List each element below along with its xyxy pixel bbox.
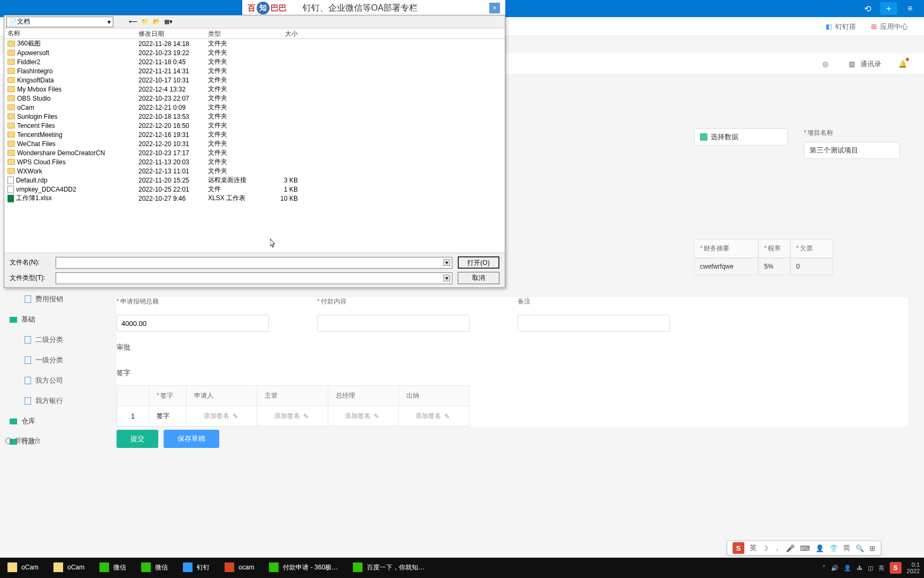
file-row[interactable]: WXWork2022-12-13 11:01文件夹	[4, 166, 505, 176]
sidebar-group-basic[interactable]: 基础	[0, 309, 107, 330]
sidebar-item-our-bank[interactable]: 我方银行	[0, 391, 107, 411]
file-row[interactable]: Sunlogin Files2022-10-18 13:53文件夹	[4, 112, 505, 121]
new-tab-button[interactable]: ＋	[880, 2, 897, 15]
file-row[interactable]: OBS Studio2022-10-23 22:07文件夹	[4, 94, 505, 103]
sidebar-item-expense[interactable]: 费用报销	[0, 289, 107, 309]
keyboard-icon[interactable]: ⌨	[800, 544, 810, 552]
tray-speaker-icon[interactable]: 🔊	[831, 565, 838, 572]
app-icon	[141, 562, 151, 572]
fin-summary-value[interactable]: cwefwrfqwe	[694, 258, 758, 275]
tax-rate-value[interactable]: 5%	[758, 258, 790, 275]
file-row[interactable]: My Mvbox Files2022-12-4 13:32文件夹	[4, 85, 505, 94]
owed-value[interactable]: 0	[790, 258, 833, 275]
dialog-bottom: 文件名(N): 打开(O) 文件类型(T): 取消	[4, 253, 505, 287]
search-icon[interactable]: 🔍	[856, 544, 864, 552]
contacts-link[interactable]: ▥ 通讯录	[846, 59, 881, 70]
dingding-link[interactable]: ◧ 钉钉搭	[826, 22, 856, 32]
sidebar-item-level2[interactable]: 二级分类	[0, 330, 107, 350]
file-list-header[interactable]: 名称 修改日期 类型 大小	[4, 28, 505, 39]
sidebar-item-our-company[interactable]: 我方公司	[0, 370, 107, 391]
select-data-dropdown[interactable]: 选择数据	[694, 128, 788, 146]
file-row[interactable]: Default.rdp2022-11-20 15:25远程桌面连接3 KB	[4, 176, 505, 185]
system-tray[interactable]: ˄ 🔊 👤 🖧 ◫ 英 S 0:1 2022	[822, 561, 924, 574]
cancel-button[interactable]: 取消	[458, 272, 499, 284]
management-link[interactable]: 管理后台	[5, 436, 41, 445]
taskbar-item[interactable]: oCam	[0, 558, 46, 578]
tray-person-icon[interactable]: 👤	[844, 565, 851, 572]
banner-close-button[interactable]: ×	[489, 3, 500, 13]
file-row[interactable]: FlashIntegro2022-11-21 14:31文件夹	[4, 66, 505, 75]
compass-icon[interactable]: ◎	[820, 59, 830, 70]
file-list[interactable]: 360截图2022-11-28 14:18文件夹Apowersoft2022-1…	[4, 39, 505, 253]
col-name[interactable]: 名称	[4, 28, 135, 39]
banner-text: 钉钉、企业微信等OA部署专栏	[303, 3, 418, 14]
edit-icon: ✎	[233, 413, 240, 420]
file-row[interactable]: oCam2022-12-21 0:09文件夹	[4, 103, 505, 112]
view-button[interactable]: ▦▾	[164, 17, 173, 27]
tray-ime[interactable]: 英	[879, 564, 884, 572]
save-draft-button[interactable]: 保存草稿	[164, 430, 219, 448]
project-name-input[interactable]: 第三个测试项目	[804, 142, 900, 159]
appcenter-link[interactable]: ⊞ 应用中心	[871, 22, 908, 32]
file-row[interactable]: TencentMeeting2022-12-16 19:31文件夹	[4, 130, 505, 139]
tray-sogou-icon[interactable]: S	[890, 562, 902, 574]
remark-input[interactable]	[518, 315, 670, 332]
taskbar-item[interactable]: 百度一下，你就知…	[345, 558, 432, 578]
taskbar-item[interactable]: 钉钉	[175, 558, 217, 578]
total-input[interactable]	[117, 315, 269, 332]
file-row[interactable]: 工作簿1.xlsx2022-10-27 9:46XLSX 工作表10 KB	[4, 194, 505, 203]
submit-button[interactable]: 提交	[117, 430, 158, 448]
sidebar-group-warehouse[interactable]: 仓库	[0, 411, 107, 431]
shirt-icon[interactable]: 👕	[829, 544, 838, 552]
person-icon[interactable]: 👤	[815, 544, 824, 552]
taskbar-item[interactable]: ocam	[217, 558, 261, 578]
bell-icon[interactable]: 🔔	[897, 59, 908, 70]
new-folder-button[interactable]: 📂	[152, 17, 161, 27]
file-row[interactable]: KingsoftData2022-10-17 10:31文件夹	[4, 75, 505, 85]
paycontent-input[interactable]	[317, 315, 469, 332]
taskbar-item[interactable]: 微信	[134, 558, 175, 578]
ime-toolbar[interactable]: S 英 ☽ ， 🎤 ⌨ 👤 👕 简 🔍 ⊞	[727, 541, 881, 556]
file-row[interactable]: WPS Cloud Files2022-11-13 20:03文件夹	[4, 157, 505, 166]
col-date[interactable]: 修改日期	[135, 28, 205, 39]
col-size[interactable]: 大小	[264, 28, 301, 39]
file-row[interactable]: Apowersoft2022-10-23 19:22文件夹	[4, 48, 505, 57]
gear-icon	[5, 438, 12, 444]
sidebar-item-level1[interactable]: 一级分类	[0, 350, 107, 370]
path-dropdown[interactable]: 📄 文档 ▾	[6, 17, 113, 27]
taskbar-item[interactable]: 付款申请 - 360极…	[261, 558, 345, 578]
taskbar[interactable]: oCamoCam微信微信钉钉ocam付款申请 - 360极…百度一下，你就知… …	[0, 558, 924, 578]
file-row[interactable]: Fiddler22022-11-18 0:45文件夹	[4, 57, 505, 66]
history-button[interactable]: ⟲	[859, 2, 876, 15]
col-type[interactable]: 类型	[205, 28, 264, 39]
mic-icon[interactable]: 🎤	[786, 544, 795, 552]
tray-date[interactable]: 2022	[907, 568, 920, 574]
moon-icon[interactable]: ☽	[762, 544, 768, 552]
ime-mode[interactable]: 简	[843, 543, 850, 553]
open-button[interactable]: 打开(O)	[458, 256, 499, 269]
file-row[interactable]: WeChat Files2022-12-20 10:31文件夹	[4, 139, 505, 148]
folder-icon	[10, 317, 17, 323]
tray-network-icon[interactable]: 🖧	[857, 565, 863, 571]
add-sig-gm[interactable]: 添加签名✎	[336, 412, 391, 421]
back-button[interactable]: ⟵	[128, 17, 138, 27]
ime-lang[interactable]: 英	[750, 543, 757, 553]
tray-chevron-icon[interactable]: ˄	[822, 565, 826, 572]
tray-battery-icon[interactable]: ◫	[868, 565, 873, 572]
add-sig-applicant[interactable]: 添加签名✎	[194, 412, 249, 421]
filetype-dropdown[interactable]	[56, 272, 452, 284]
app-icon	[353, 562, 363, 572]
file-row[interactable]: vmpkey_DDCA4DD22022-10-25 22:01文件1 KB	[4, 185, 505, 194]
taskbar-item[interactable]: oCam	[46, 558, 92, 578]
add-sig-supervisor[interactable]: 添加签名✎	[265, 412, 320, 421]
file-row[interactable]: Tencent Files2022-12-20 16:50文件夹	[4, 121, 505, 130]
filename-input[interactable]	[56, 257, 452, 269]
up-folder-button[interactable]: 📁	[140, 17, 150, 27]
add-sig-cashier[interactable]: 添加签名✎	[406, 412, 461, 421]
grid-icon[interactable]: ⊞	[869, 544, 875, 552]
file-row[interactable]: Wondershare DemoCreatorCN2022-10-23 17:1…	[4, 148, 505, 157]
tray-time[interactable]: 0:1	[907, 561, 920, 568]
file-row[interactable]: 360截图2022-11-28 14:18文件夹	[4, 39, 505, 48]
menu-button[interactable]: ≡	[902, 2, 919, 15]
taskbar-item[interactable]: 微信	[92, 558, 134, 578]
